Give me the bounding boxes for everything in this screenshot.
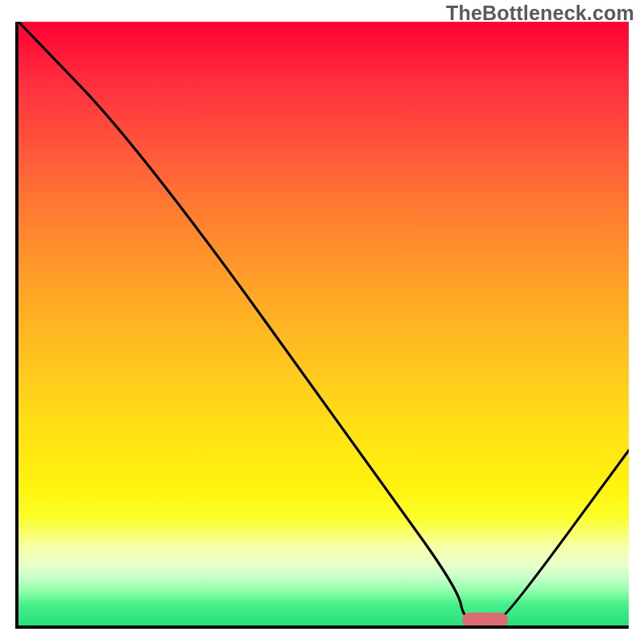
optimal-range-marker: [462, 613, 508, 627]
chart-container: TheBottleneck.com: [0, 0, 644, 644]
bottleneck-curve: [19, 22, 629, 625]
plot-area: [15, 22, 629, 629]
watermark-text: TheBottleneck.com: [446, 2, 634, 25]
